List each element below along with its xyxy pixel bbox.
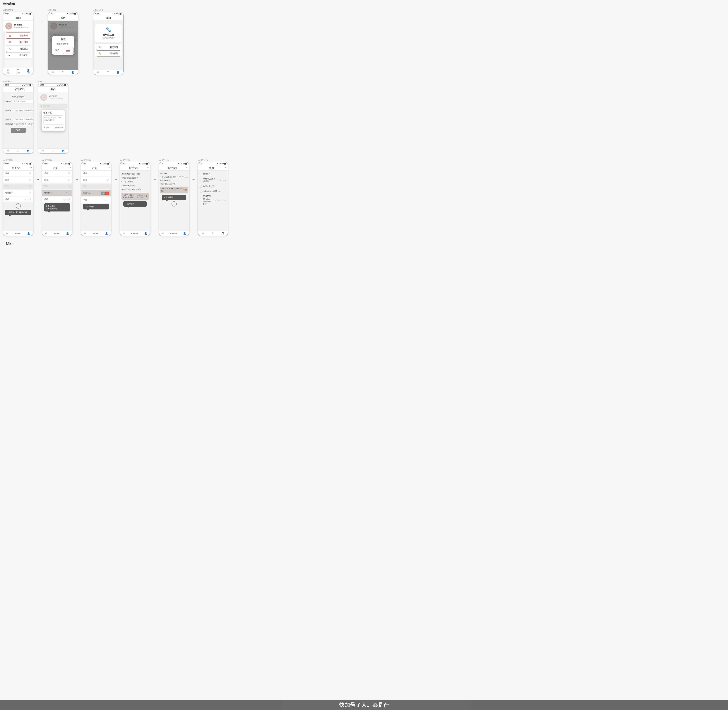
tab-plan-6-6[interactable]: ☰	[211, 232, 214, 235]
case-item-4[interactable]: 11月25日坐飞机，浦东T2航站楼 11月25日 已打到: 00	[198, 194, 228, 207]
tab-plan-2[interactable]: ☰	[62, 71, 64, 74]
section-label-6-1: 6.1 新手指引1	[3, 159, 34, 161]
plan-item-6-2-1[interactable]: 阅读⏱	[42, 177, 72, 183]
tab-plan-6-4[interactable]: ●●●●●	[131, 232, 138, 235]
tab-plan-6-2[interactable]: ●●●●	[54, 232, 59, 235]
close-icon-6-1[interactable]: ⊗	[30, 166, 33, 169]
tab-home-6-2[interactable]: ⊞	[45, 232, 47, 235]
tab-mine-6-5[interactable]: 👤	[183, 232, 186, 235]
avatar-1: 🌸	[5, 22, 12, 29]
edit-icon-6-4[interactable]: ✏️	[144, 195, 146, 197]
guide-item-6-4-2: "＋"号添加计划	[122, 180, 149, 184]
plan-item-6-3-1[interactable]: 阅读⏱	[81, 177, 111, 183]
phone-input[interactable]	[13, 100, 33, 103]
close-icon-6-4[interactable]: ⊗	[147, 166, 150, 169]
check-4[interactable]	[200, 199, 202, 201]
phone-6-4: 12:00 ▲▲ WiFi ⬛ 新手指引 ⊗ 清单指的日程规划和备忘 精细自己最…	[120, 162, 150, 236]
tab-mine-6-4[interactable]: 👤	[144, 232, 147, 235]
plan-item-6-2-3[interactable]: 锻炼身体 打卡 ⏱	[42, 190, 72, 196]
case-item-1[interactable]: 今晚9点线上英语课课 下X 下午6: 00	[198, 176, 228, 184]
menu-item-feedback-3[interactable]: ✏️ 纠点意见	[96, 50, 120, 57]
tab-plan-6-5[interactable]: ●●●●●	[170, 232, 177, 235]
tab-home-3[interactable]: ⊞	[97, 71, 99, 74]
close-icon-6-3[interactable]: ⊗	[108, 166, 111, 169]
info-icon-3: ⓘ	[98, 45, 101, 48]
back-icon-4[interactable]: ‹	[3, 88, 5, 91]
nav-bar-3: 我的	[93, 15, 123, 21]
check-1[interactable]	[200, 179, 202, 181]
tab-bar-1: ⊞ 首页 ☰ 计划 👤 我的	[3, 68, 33, 75]
edit-icon-6-5[interactable]: ✏️	[183, 189, 185, 191]
tab-plan-4[interactable]: ☰	[17, 150, 19, 153]
tab-mine-3[interactable]: 👤	[117, 71, 119, 74]
dialog-confirm-btn[interactable]: 确定	[63, 48, 73, 54]
delete-icon-6-5[interactable]: 🗑	[185, 189, 187, 191]
tab-plan-6-3[interactable]: ●●●●	[93, 232, 98, 235]
confirm-pw-input[interactable]	[13, 122, 33, 126]
check-3[interactable]	[200, 190, 202, 192]
plan-item-6-1-3[interactable]: 锻炼身体⏱	[3, 190, 33, 196]
menu-item-feedback[interactable]: ✏️ 纠点意见	[6, 46, 30, 52]
tab-home-2[interactable]: ⊞	[52, 71, 54, 74]
btn-contact[interactable]: 告诉我们	[56, 126, 63, 129]
plan-item-6-2-0[interactable]: 英语⏱	[42, 171, 72, 176]
tab-mine-6-2[interactable]: 👤	[66, 232, 69, 235]
plan-item-6-3-4[interactable]: 早起12am in	[81, 197, 111, 203]
menu-item-password[interactable]: 🔒 修改密码	[6, 32, 30, 39]
tab-home-6-6[interactable]: ⊞	[202, 232, 204, 235]
menu-item-guide-3[interactable]: ⓘ 新手指引	[96, 44, 120, 50]
edit-btn-swipe[interactable]: ✏️	[101, 192, 105, 195]
check-0[interactable]	[200, 173, 202, 175]
home-icon-6-5: ⊞	[162, 232, 164, 235]
tab-home-5[interactable]: ⊞	[42, 150, 44, 153]
delete-btn-swipe[interactable]: 🗑	[105, 192, 109, 195]
feedback-textarea[interactable]: 请描述您的问题，当有什么意见嘛？	[43, 116, 63, 125]
tab-plan-6-1[interactable]: ●●●●	[15, 232, 21, 235]
form-group-new-pw: 新密码	[5, 118, 31, 121]
plan-item-6-3-2[interactable]: 冥想	[81, 183, 111, 189]
close-icon-6-2[interactable]: ⊗	[69, 166, 72, 169]
submit-btn-4[interactable]: 完成	[11, 128, 26, 133]
tab-mine-6-3[interactable]: 👤	[105, 232, 108, 235]
add-plan-btn-6-1[interactable]: +	[16, 203, 21, 208]
tab-mine-6-1[interactable]: 👤	[27, 232, 30, 235]
menu-item-logout[interactable]: ↩ 退出登录	[6, 52, 30, 59]
tab-mine-4[interactable]: 👤	[26, 150, 29, 153]
tab-mine-1[interactable]: 👤 我的	[27, 69, 30, 74]
btn-later[interactable]: 下次吧	[43, 126, 49, 129]
plan-item-6-1-0[interactable]: 英语⏱	[3, 171, 33, 176]
close-icon-6-6[interactable]: ⊗	[225, 166, 228, 169]
case-item-0[interactable]: 整理资料	[198, 172, 228, 176]
phone-6-6: 12:00 ▲▲ WiFi ⬛ 案例 ⊗ 整理资料 今晚9点线上英语课课 下X	[198, 162, 228, 236]
tab-plan-5[interactable]: ☰	[51, 150, 54, 153]
plan-item-6-1-1[interactable]: 阅读⏱	[3, 177, 33, 183]
tab-mine-5[interactable]: 👤	[61, 150, 64, 153]
check-2[interactable]	[200, 185, 202, 188]
delete-icon-6-4[interactable]: 🗑	[146, 195, 148, 197]
tab-mine-2[interactable]: 👤	[71, 71, 74, 74]
add-plan-btn-6-5[interactable]: +	[171, 201, 177, 207]
tab-mine-6-6[interactable]: 🎵	[221, 232, 224, 235]
tab-home-6-4[interactable]: ⊞	[123, 232, 125, 235]
plan-item-6-2-4[interactable]: 早起12am in⏱	[42, 197, 72, 202]
plan-item-6-3-0[interactable]: 英语	[81, 171, 111, 176]
plan-item-6-1-2[interactable]: 冥想⏱	[3, 183, 33, 189]
home-icon-6-4: ⊞	[123, 232, 125, 235]
case-item-2[interactable]: 英语读到92页	[198, 184, 228, 189]
plan-item-6-2-2[interactable]: 冥想⏱	[42, 183, 72, 189]
tab-plan-3[interactable]: ☰	[107, 71, 109, 74]
tab-home-6-1[interactable]: ⊞	[6, 232, 8, 235]
tab-home-1[interactable]: ⊞ 首页	[7, 69, 10, 74]
tab-home-6-5[interactable]: ⊞	[162, 232, 164, 235]
dialog-cancel-btn[interactable]: 取消	[52, 47, 62, 55]
menu-item-guide[interactable]: ⓘ 新手指引	[6, 39, 30, 45]
new-pw-input[interactable]	[13, 118, 33, 121]
tab-plan-1[interactable]: ☰ 计划	[17, 69, 20, 74]
tab-home-4[interactable]: ⊞	[7, 150, 9, 153]
case-item-3[interactable]: 准备妈妈的生日礼物	[198, 189, 228, 194]
old-pw-input[interactable]	[13, 109, 33, 112]
tab-home-6-3[interactable]: ⊞	[84, 232, 86, 235]
list-icon-5: ☰	[51, 150, 54, 153]
plan-item-6-1-4[interactable]: 早起12am in⏱	[3, 197, 33, 202]
close-icon-6-5[interactable]: ⊗	[186, 166, 189, 169]
